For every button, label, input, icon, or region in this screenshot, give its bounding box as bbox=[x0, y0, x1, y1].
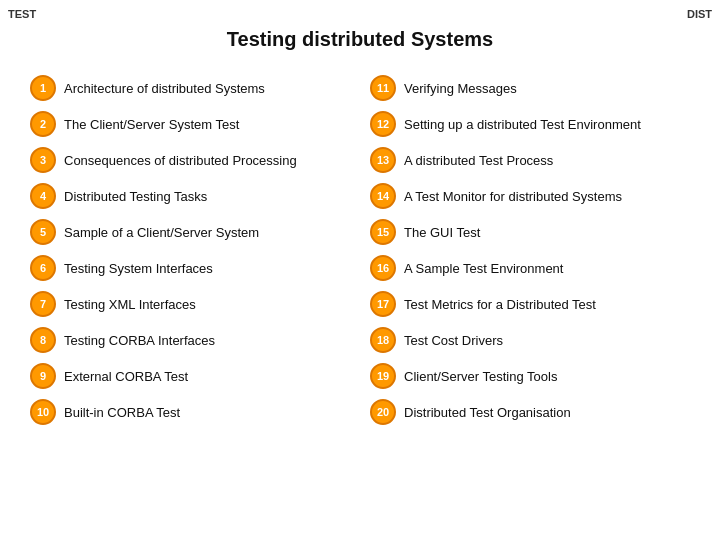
item-badge: 3 bbox=[30, 147, 56, 173]
item-label: Testing System Interfaces bbox=[64, 261, 213, 276]
item-badge: 7 bbox=[30, 291, 56, 317]
item-label: Testing CORBA Interfaces bbox=[64, 333, 215, 348]
list-item: 4Distributed Testing Tasks bbox=[30, 183, 350, 209]
content-area: 1Architecture of distributed Systems2The… bbox=[0, 75, 720, 425]
item-label: Built-in CORBA Test bbox=[64, 405, 180, 420]
item-label: A Test Monitor for distributed Systems bbox=[404, 189, 622, 204]
item-label: External CORBA Test bbox=[64, 369, 188, 384]
item-label: A Sample Test Environment bbox=[404, 261, 563, 276]
item-label: Client/Server Testing Tools bbox=[404, 369, 557, 384]
item-label: Test Cost Drivers bbox=[404, 333, 503, 348]
item-badge: 19 bbox=[370, 363, 396, 389]
list-item: 14A Test Monitor for distributed Systems bbox=[370, 183, 690, 209]
item-badge: 17 bbox=[370, 291, 396, 317]
right-column: 11Verifying Messages12Setting up a distr… bbox=[370, 75, 690, 425]
list-item: 10Built-in CORBA Test bbox=[30, 399, 350, 425]
item-badge: 5 bbox=[30, 219, 56, 245]
item-badge: 18 bbox=[370, 327, 396, 353]
item-badge: 16 bbox=[370, 255, 396, 281]
list-item: 20Distributed Test Organisation bbox=[370, 399, 690, 425]
item-badge: 11 bbox=[370, 75, 396, 101]
item-label: Architecture of distributed Systems bbox=[64, 81, 265, 96]
item-badge: 10 bbox=[30, 399, 56, 425]
item-badge: 2 bbox=[30, 111, 56, 137]
list-item: 18Test Cost Drivers bbox=[370, 327, 690, 353]
list-item: 8Testing CORBA Interfaces bbox=[30, 327, 350, 353]
left-column: 1Architecture of distributed Systems2The… bbox=[30, 75, 350, 425]
item-label: Distributed Testing Tasks bbox=[64, 189, 207, 204]
item-label: Testing XML Interfaces bbox=[64, 297, 196, 312]
item-label: The GUI Test bbox=[404, 225, 480, 240]
list-item: 11Verifying Messages bbox=[370, 75, 690, 101]
item-badge: 6 bbox=[30, 255, 56, 281]
list-item: 17Test Metrics for a Distributed Test bbox=[370, 291, 690, 317]
item-badge: 20 bbox=[370, 399, 396, 425]
item-label: The Client/Server System Test bbox=[64, 117, 239, 132]
list-item: 19Client/Server Testing Tools bbox=[370, 363, 690, 389]
item-badge: 4 bbox=[30, 183, 56, 209]
item-badge: 9 bbox=[30, 363, 56, 389]
item-label: Verifying Messages bbox=[404, 81, 517, 96]
corner-test-label: TEST bbox=[8, 8, 36, 20]
item-badge: 15 bbox=[370, 219, 396, 245]
corner-dist-label: DIST bbox=[687, 8, 712, 20]
item-label: A distributed Test Process bbox=[404, 153, 553, 168]
list-item: 5Sample of a Client/Server System bbox=[30, 219, 350, 245]
item-badge: 1 bbox=[30, 75, 56, 101]
list-item: 3Consequences of distributed Processing bbox=[30, 147, 350, 173]
list-item: 13A distributed Test Process bbox=[370, 147, 690, 173]
item-badge: 14 bbox=[370, 183, 396, 209]
item-label: Setting up a distributed Test Environmen… bbox=[404, 117, 641, 132]
list-item: 15The GUI Test bbox=[370, 219, 690, 245]
item-label: Distributed Test Organisation bbox=[404, 405, 571, 420]
list-item: 12Setting up a distributed Test Environm… bbox=[370, 111, 690, 137]
item-badge: 12 bbox=[370, 111, 396, 137]
list-item: 6Testing System Interfaces bbox=[30, 255, 350, 281]
page-title: Testing distributed Systems bbox=[0, 0, 720, 75]
item-label: Consequences of distributed Processing bbox=[64, 153, 297, 168]
item-label: Sample of a Client/Server System bbox=[64, 225, 259, 240]
list-item: 9External CORBA Test bbox=[30, 363, 350, 389]
list-item: 7Testing XML Interfaces bbox=[30, 291, 350, 317]
item-badge: 13 bbox=[370, 147, 396, 173]
item-badge: 8 bbox=[30, 327, 56, 353]
list-item: 2The Client/Server System Test bbox=[30, 111, 350, 137]
list-item: 16A Sample Test Environment bbox=[370, 255, 690, 281]
list-item: 1Architecture of distributed Systems bbox=[30, 75, 350, 101]
item-label: Test Metrics for a Distributed Test bbox=[404, 297, 596, 312]
